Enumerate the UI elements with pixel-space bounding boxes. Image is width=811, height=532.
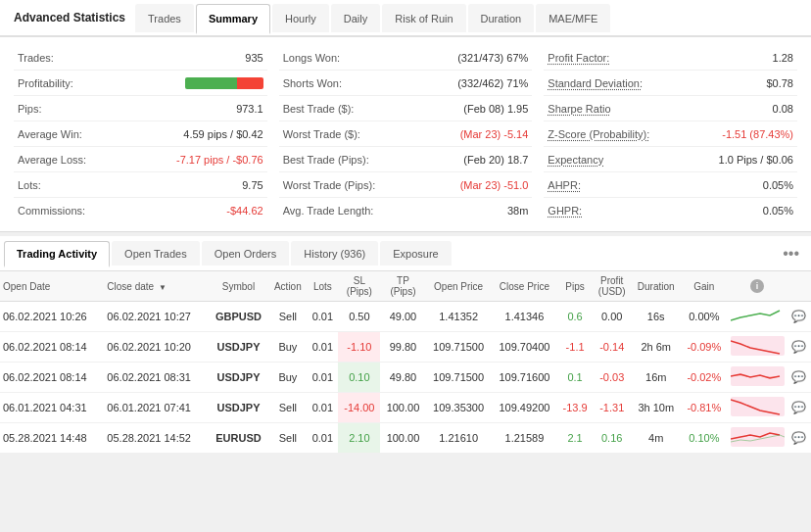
cell-symbol: USDJPY <box>209 393 269 423</box>
stat-trades-value: 935 <box>245 52 262 64</box>
th-open-date: Open Date <box>0 271 104 302</box>
cell-lots: 0.01 <box>307 332 338 363</box>
cell-duration: 4m <box>631 423 681 454</box>
cell-chat: 💬 <box>787 332 811 363</box>
cell-symbol: EURUSD <box>209 423 269 454</box>
stat-best-trade-pips-label: Best Trade (Pips): <box>283 154 369 166</box>
cell-sl: 0.10 <box>338 363 380 393</box>
stat-lots-label: Lots: <box>18 179 41 191</box>
cell-profit: -0.03 <box>593 363 631 393</box>
stats-tabs-bar: Advanced Statistics Trades Summary Hourl… <box>0 0 811 37</box>
tab-risk-of-ruin[interactable]: Risk of Ruin <box>382 4 465 32</box>
cell-action: Sell <box>268 423 307 454</box>
tab-duration[interactable]: Duration <box>468 4 535 32</box>
stat-commissions: Commissions: -$44.62 <box>14 198 267 223</box>
cell-chat: 💬 <box>787 363 811 393</box>
tab-history[interactable]: History (936) <box>291 241 378 266</box>
tab-open-trades[interactable]: Open Trades <box>112 241 200 266</box>
cell-open-date: 06.02.2021 08:14 <box>0 332 104 363</box>
stat-best-trade-pips-value: (Feb 20) 18.7 <box>463 154 528 166</box>
tab-exposure[interactable]: Exposure <box>380 241 451 266</box>
table-body: 06.02.2021 10:26 06.02.2021 10:27 GBPUSD… <box>0 302 811 454</box>
cell-close-price: 109.49200 <box>492 393 557 423</box>
cell-symbol: USDJPY <box>209 332 269 363</box>
chat-icon: 💬 <box>791 310 806 323</box>
th-gain: Gain <box>681 271 727 302</box>
stat-sharpe-ratio-value: 0.08 <box>773 103 793 115</box>
th-info: i <box>728 271 787 302</box>
stat-commissions-label: Commissions: <box>18 205 85 217</box>
stat-std-dev-label: Standard Deviation: <box>548 77 643 89</box>
tab-trading-activity[interactable]: Trading Activity <box>4 241 110 267</box>
stat-trades-label: Trades: <box>18 52 54 64</box>
stat-sharpe-ratio-label: Sharpe Ratio <box>548 103 610 115</box>
cell-duration: 2h 6m <box>631 332 681 363</box>
stat-avg-loss-label: Average Loss: <box>18 154 86 166</box>
cell-action: Sell <box>268 393 307 423</box>
trades-table: Open Date Close date ▼ Symbol Action Lot… <box>0 271 811 454</box>
cell-gain: 0.00% <box>681 302 727 332</box>
cell-sparkline <box>728 363 787 393</box>
stat-lots: Lots: 9.75 <box>14 172 267 198</box>
cell-profit: -1.31 <box>593 393 631 423</box>
th-sl: SL(Pips) <box>338 271 380 302</box>
cell-sparkline <box>728 302 787 332</box>
tab-trades[interactable]: Trades <box>135 4 194 32</box>
table-row: 06.02.2021 08:14 06.02.2021 10:20 USDJPY… <box>0 332 811 363</box>
cell-open-price: 109.71500 <box>425 363 491 393</box>
stat-longs-won-label: Longs Won: <box>283 52 341 64</box>
trading-activity-section: Trading Activity Open Trades Open Orders… <box>0 236 811 454</box>
stat-expectancy: Expectancy 1.0 Pips / $0.06 <box>544 147 797 172</box>
th-duration: Duration <box>631 271 681 302</box>
stat-profit-factor: Profit Factor: 1.28 <box>544 45 797 71</box>
tab-daily[interactable]: Daily <box>331 4 380 32</box>
cell-tp: 100.00 <box>380 423 425 454</box>
stat-expectancy-label: Expectancy <box>548 154 603 166</box>
stat-ahpr-value: 0.05% <box>763 179 793 191</box>
cell-duration: 16m <box>631 363 681 393</box>
cell-tp: 99.80 <box>380 332 425 363</box>
cell-sl: 2.10 <box>338 423 380 454</box>
tab-hourly[interactable]: Hourly <box>272 4 329 32</box>
page-title: Advanced Statistics <box>4 3 135 32</box>
tab-summary[interactable]: Summary <box>196 4 270 34</box>
cell-lots: 0.01 <box>307 423 338 454</box>
cell-chat: 💬 <box>787 302 811 332</box>
th-pips: Pips <box>557 271 593 302</box>
stat-avg-win-value: 4.59 pips / $0.42 <box>183 128 262 140</box>
stats-col2: Longs Won: (321/473) 67% Shorts Won: (33… <box>273 43 539 225</box>
stat-profitability: Profitability: <box>14 71 267 96</box>
tab-mae-mfe[interactable]: MAE/MFE <box>536 4 610 32</box>
th-sparkline <box>787 271 811 302</box>
cell-action: Buy <box>268 363 307 393</box>
stat-worst-trade-pips-label: Worst Trade (Pips): <box>283 179 376 191</box>
chat-icon: 💬 <box>791 401 806 414</box>
stat-worst-trade-pips-value: (Mar 23) -51.0 <box>460 179 529 191</box>
stats-col1: Trades: 935 Profitability: Pips: 973.1 A… <box>8 43 273 225</box>
profit-red <box>237 77 262 89</box>
cell-gain: -0.02% <box>681 363 727 393</box>
stat-std-dev: Standard Deviation: $0.78 <box>544 71 797 96</box>
stat-pips: Pips: 973.1 <box>14 96 267 121</box>
cell-open-price: 1.21610 <box>425 423 491 454</box>
sort-arrow-icon: ▼ <box>159 283 167 292</box>
th-close-date: Close date ▼ <box>104 271 208 302</box>
dots-menu-icon[interactable]: ••• <box>775 241 807 266</box>
stat-longs-won: Longs Won: (321/473) 67% <box>279 45 533 71</box>
cell-pips: 0.1 <box>557 363 593 393</box>
stat-lots-value: 9.75 <box>242 179 262 191</box>
stat-sharpe-ratio: Sharpe Ratio 0.08 <box>544 96 797 121</box>
stat-best-trade-usd-value: (Feb 08) 1.95 <box>463 103 528 115</box>
th-symbol: Symbol <box>209 271 269 302</box>
stats-panel: Trades: 935 Profitability: Pips: 973.1 A… <box>0 37 811 232</box>
tab-open-orders[interactable]: Open Orders <box>202 241 290 266</box>
cell-close-date: 06.02.2021 10:27 <box>104 302 208 332</box>
profitability-bar <box>185 77 263 89</box>
stat-profitability-label: Profitability: <box>18 77 73 89</box>
stat-ahpr-label: AHPR: <box>548 179 581 191</box>
cell-close-price: 1.21589 <box>492 423 557 454</box>
cell-symbol: USDJPY <box>209 363 269 393</box>
stat-zscore-label: Z-Score (Probability): <box>548 128 649 140</box>
cell-open-date: 05.28.2021 14:48 <box>0 423 104 454</box>
cell-close-date: 05.28.2021 14:52 <box>104 423 208 454</box>
